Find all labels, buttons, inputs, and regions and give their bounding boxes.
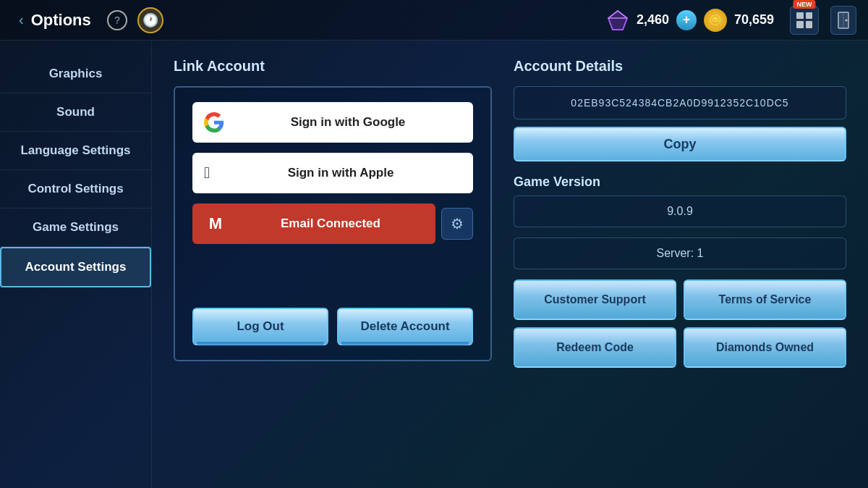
logout-button[interactable]: Log Out (192, 308, 328, 345)
copy-button[interactable]: Copy (514, 127, 846, 161)
diamond-icon (606, 9, 629, 32)
grid-icon (796, 12, 812, 28)
email-m-icon: M (204, 214, 227, 234)
new-badge: NEW (793, 0, 816, 9)
help-button[interactable]: ? (107, 10, 127, 30)
server-info: Server: 1 (514, 237, 846, 269)
coin-icon: 🪙 (704, 9, 727, 32)
email-settings-button[interactable]: ⚙ (441, 208, 473, 240)
account-id-box: 02EB93C524384CB2A0D9912352C10DC5 (514, 86, 846, 119)
sidebar-item-control[interactable]: Control Settings (0, 170, 151, 209)
redeem-code-button[interactable]: Redeem Code (514, 327, 676, 368)
currency-area: 2,460 + 🪙 70,659 NEW (606, 6, 856, 35)
sidebar-item-language[interactable]: Language Settings (0, 132, 151, 170)
gear-icon: ⚙ (451, 215, 464, 232)
email-row: M Email Connected ⚙ (192, 203, 473, 244)
terms-of-service-button[interactable]: Terms of Service (684, 279, 846, 320)
add-diamonds-button[interactable]: + (676, 10, 697, 30)
clock-button[interactable]: 🕐 (137, 7, 163, 33)
sign-in-google-button[interactable]: Sign in with Google (192, 102, 473, 143)
sidebar-item-graphics[interactable]: Graphics (0, 55, 151, 93)
email-button-label: Email Connected (237, 216, 424, 231)
sidebar: Graphics Sound Language Settings Control… (0, 41, 152, 488)
diamond-count: 2,460 (637, 12, 669, 28)
new-badge-area: NEW (790, 6, 819, 35)
sidebar-item-game[interactable]: Game Settings (0, 209, 151, 247)
header: ‹ Options ? 🕐 2,460 + 🪙 70,659 NEW (0, 0, 868, 41)
back-arrow-icon: ‹ (19, 12, 24, 28)
link-account-panel: Link Account Sign in with Google (174, 58, 514, 471)
email-connected-button[interactable]: M Email Connected (192, 203, 435, 244)
bottom-action-grid: Customer Support Terms of Service Redeem… (514, 279, 846, 368)
help-label: ? (114, 14, 120, 26)
google-button-label: Sign in with Google (234, 115, 461, 130)
account-action-buttons: Log Out Delete Account (192, 286, 473, 345)
account-id-value: 02EB93C524384CB2A0D9912352C10DC5 (571, 97, 788, 109)
grid-button[interactable] (790, 6, 819, 35)
apple-icon:  (204, 164, 210, 182)
back-button[interactable]: ‹ Options (12, 7, 98, 34)
delete-account-button[interactable]: Delete Account (337, 308, 473, 345)
account-details-title: Account Details (514, 58, 846, 75)
main-content: Graphics Sound Language Settings Control… (0, 41, 868, 488)
door-icon (837, 12, 850, 29)
link-account-title: Link Account (174, 58, 492, 75)
sidebar-item-sound[interactable]: Sound (0, 93, 151, 132)
google-icon (204, 112, 224, 132)
game-version-section: Game Version 9.0.9 (514, 174, 846, 227)
game-version-value: 9.0.9 (514, 195, 846, 227)
apple-button-label: Sign in with Apple (220, 166, 461, 180)
sign-in-apple-button[interactable]:  Sign in with Apple (192, 153, 473, 193)
account-details-panel: Account Details 02EB93C524384CB2A0D99123… (514, 58, 846, 471)
header-title: Options (31, 11, 91, 30)
game-version-label: Game Version (514, 174, 846, 190)
content-area: Link Account Sign in with Google (152, 41, 868, 488)
clock-icon: 🕐 (142, 12, 158, 28)
door-button[interactable] (830, 6, 856, 35)
sidebar-item-account[interactable]: Account Settings (0, 247, 151, 287)
coin-count: 70,659 (734, 12, 774, 28)
svg-point-7 (846, 19, 848, 21)
customer-support-button[interactable]: Customer Support (514, 279, 676, 320)
link-account-box: Sign in with Google  Sign in with Apple… (174, 86, 492, 361)
diamonds-owned-button[interactable]: Diamonds Owned (684, 327, 846, 368)
